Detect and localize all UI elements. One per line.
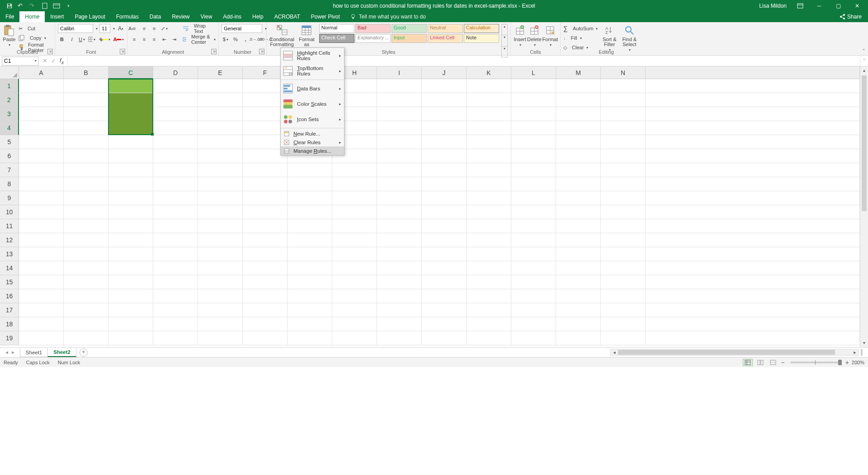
number-format-select[interactable] <box>222 24 262 33</box>
tab-home[interactable]: Home <box>19 11 45 22</box>
row-header-14[interactable]: 14 <box>0 261 19 275</box>
row-header-12[interactable]: 12 <box>0 233 19 247</box>
number-dialog-launcher[interactable]: ⇲ <box>259 49 264 54</box>
new-sheet-button[interactable]: + <box>80 348 88 357</box>
column-header-B[interactable]: B <box>64 66 108 79</box>
wrap-text-button[interactable]: Wrap Text <box>183 24 216 33</box>
sheet-nav[interactable]: ◄► <box>0 350 20 355</box>
increase-indent-icon[interactable]: ⇥ <box>170 35 178 43</box>
insert-cells-button[interactable]: Insert▾ <box>514 24 526 47</box>
style-bad[interactable]: Bad <box>355 24 391 33</box>
italic-button[interactable]: I <box>68 35 76 43</box>
undo-icon[interactable]: ↶▾ <box>16 1 26 11</box>
tab-acrobat[interactable]: ACROBAT <box>269 11 306 22</box>
zoom-slider[interactable] <box>790 362 840 363</box>
view-page-break-icon[interactable] <box>768 359 778 366</box>
collapse-ribbon-icon[interactable]: ˄ <box>863 48 865 54</box>
new-file-icon[interactable] <box>40 1 50 11</box>
merge-center-button[interactable]: Merge & Center▾ <box>183 35 216 44</box>
row-header-5[interactable]: 5 <box>0 135 19 149</box>
cut-button[interactable]: ✂ Cut <box>19 24 52 33</box>
paste-button[interactable]: Paste▾ <box>3 24 16 52</box>
row-header-4[interactable]: 4 <box>0 121 19 135</box>
font-dialog-launcher[interactable]: ⇲ <box>120 49 125 54</box>
vertical-scrollbar[interactable]: ▴ ▾ <box>860 66 868 347</box>
row-header-3[interactable]: 3 <box>0 107 19 121</box>
gallery-down-icon[interactable]: ▾ <box>502 35 507 46</box>
tab-help[interactable]: Help <box>247 11 269 22</box>
format-cells-button[interactable]: Format▾ <box>542 24 558 47</box>
horizontal-scrollbar[interactable]: ◄ ► <box>610 349 859 356</box>
style-calculation[interactable]: Calculation <box>464 24 499 33</box>
hscroll-right-icon[interactable]: ► <box>851 350 859 355</box>
row-header-1[interactable]: 1 <box>0 79 19 93</box>
view-page-layout-icon[interactable] <box>755 359 765 366</box>
row-header-19[interactable]: 19 <box>0 331 19 345</box>
accounting-format-icon[interactable]: $▾ <box>222 35 230 43</box>
style-good[interactable]: Good <box>392 24 427 33</box>
enter-formula-icon[interactable]: ✓ <box>51 57 56 64</box>
tab-data[interactable]: Data <box>144 11 166 22</box>
menu-manage-rules[interactable]: Manage Rules... <box>281 146 344 155</box>
scroll-up-icon[interactable]: ▴ <box>860 66 868 75</box>
column-header-L[interactable]: L <box>511 66 556 79</box>
row-header-6[interactable]: 6 <box>0 149 19 163</box>
tab-review[interactable]: Review <box>166 11 195 22</box>
sheet-tab-sheet1[interactable]: Sheet1 <box>20 348 48 357</box>
touch-mode-icon[interactable] <box>52 1 61 11</box>
minimize-icon[interactable]: ─ <box>811 0 827 11</box>
tab-page-layout[interactable]: Page Layout <box>69 11 110 22</box>
tab-insert[interactable]: Insert <box>45 11 69 22</box>
name-box[interactable]: C1 ▾ <box>2 56 39 66</box>
tell-me-search[interactable]: Tell me what you want to do <box>350 11 426 22</box>
row-header-17[interactable]: 17 <box>0 303 19 317</box>
row-header-11[interactable]: 11 <box>0 219 19 233</box>
column-header-D[interactable]: D <box>153 66 198 79</box>
style-neutral[interactable]: Neutral <box>428 24 463 33</box>
find-select-button[interactable]: Find & Select▾ <box>621 24 637 52</box>
align-top-icon[interactable]: ≡ <box>130 24 138 33</box>
delete-cells-button[interactable]: Delete▾ <box>527 24 542 47</box>
zoom-slider-thumb[interactable] <box>838 360 842 365</box>
row-headers[interactable]: 12345678910111213141516171819 <box>0 79 19 345</box>
tab-powerpivot[interactable]: Power Pivot <box>306 11 345 22</box>
ribbon-display-icon[interactable] <box>792 0 808 11</box>
close-icon[interactable]: ✕ <box>849 0 865 11</box>
row-header-8[interactable]: 8 <box>0 177 19 191</box>
align-middle-icon[interactable]: ≡ <box>140 24 148 33</box>
redo-icon[interactable]: ↷▾ <box>28 1 38 11</box>
comma-format-icon[interactable]: , <box>241 35 250 43</box>
sheet-tab-sheet2[interactable]: Sheet2 <box>47 348 76 357</box>
menu-data-bars[interactable]: Data Bars ▸ <box>281 81 344 96</box>
decrease-indent-icon[interactable]: ⇤ <box>160 35 168 43</box>
share-button[interactable]: Share <box>833 11 868 22</box>
expand-formula-bar-icon[interactable]: ˅ <box>860 56 868 66</box>
row-header-10[interactable]: 10 <box>0 205 19 219</box>
font-color-button[interactable]: A▾ <box>113 35 124 43</box>
column-header-J[interactable]: J <box>422 66 467 79</box>
row-header-2[interactable]: 2 <box>0 93 19 107</box>
underline-button[interactable]: U▾ <box>78 35 86 43</box>
column-header-I[interactable]: I <box>377 66 422 79</box>
column-header-N[interactable]: N <box>601 66 646 79</box>
row-header-13[interactable]: 13 <box>0 247 19 261</box>
tab-file[interactable]: File <box>0 11 19 22</box>
sheet-next-icon[interactable]: ► <box>11 350 15 355</box>
hscroll-thumb[interactable] <box>618 350 835 355</box>
bold-button[interactable]: B <box>58 35 66 43</box>
column-header-C[interactable]: C <box>108 66 153 79</box>
fill-color-button[interactable]: ▾ <box>98 35 111 43</box>
style-normal[interactable]: Normal <box>319 24 354 33</box>
split-handle[interactable] <box>861 349 866 356</box>
zoom-in-button[interactable]: + <box>845 359 849 366</box>
menu-color-scales[interactable]: Color Scales ▸ <box>281 96 344 112</box>
fill-button[interactable]: ↓ Fill▾ <box>563 33 598 42</box>
save-icon[interactable] <box>5 1 14 11</box>
align-bottom-icon[interactable]: ≡ <box>150 24 158 33</box>
select-all-button[interactable] <box>0 66 19 79</box>
scroll-down-icon[interactable]: ▾ <box>860 339 868 347</box>
cancel-formula-icon[interactable]: ✕ <box>42 57 47 64</box>
column-headers[interactable]: ABCDEFGHIJKLMN <box>19 66 860 79</box>
align-right-icon[interactable]: ≡ <box>150 35 158 43</box>
menu-icon-sets[interactable]: Icon Sets ▸ <box>281 112 344 127</box>
